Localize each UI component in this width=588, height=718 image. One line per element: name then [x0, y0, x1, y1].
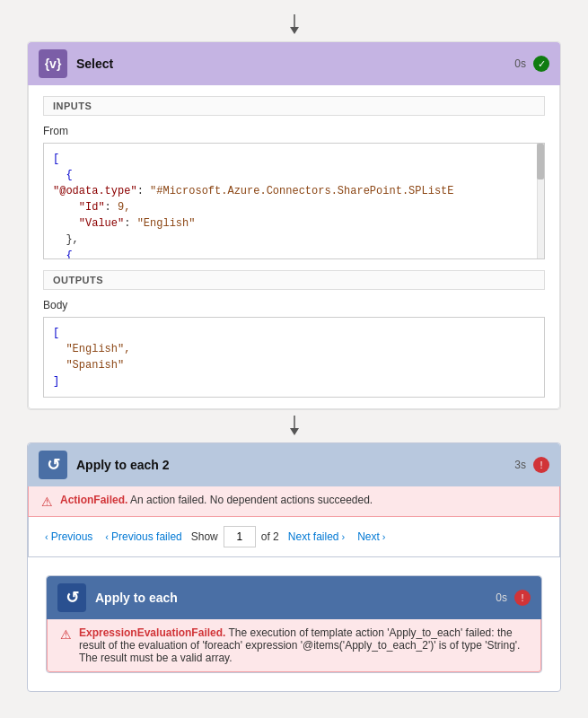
inputs-section: INPUTS From [ { "@odata.type": "#Microso… — [43, 96, 545, 259]
nested-apply-icon: ↺ — [57, 583, 86, 612]
nested-error-text: ExpressionEvaluationFailed. The executio… — [79, 626, 528, 664]
previous-button[interactable]: ‹ Previous — [41, 529, 96, 545]
inputs-code-inner: [ { "@odata.type": "#Microsoft.Azure.Con… — [53, 151, 530, 259]
next-failed-button[interactable]: Next failed › — [285, 529, 348, 545]
out-line-3: "Spanish" — [53, 357, 535, 373]
select-card-body: INPUTS From [ { "@odata.type": "#Microso… — [28, 85, 560, 409]
scroll-indicator[interactable] — [537, 144, 544, 258]
code-line-1: [ — [53, 151, 530, 167]
next-failed-chevron-icon: › — [342, 531, 346, 542]
svg-marker-3 — [290, 428, 299, 435]
inputs-label: INPUTS — [43, 96, 545, 116]
nested-card-wrapper: ↺ Apply to each 0s ! ⚠ ExpressionEvaluat… — [28, 557, 560, 691]
show-label: Show — [191, 530, 218, 543]
out-line-4: ] — [53, 373, 535, 390]
apply-each-2-error-text: ActionFailed. An action failed. No depen… — [60, 494, 373, 506]
nested-apply-header[interactable]: ↺ Apply to each 0s ! — [47, 576, 541, 619]
apply-each-2-error-banner: ⚠ ActionFailed. An action failed. No dep… — [28, 486, 560, 517]
outputs-code-inner: [ "English", "Spanish" ] — [53, 325, 535, 390]
inputs-code-block[interactable]: [ { "@odata.type": "#Microsoft.Azure.Con… — [43, 143, 545, 259]
select-status-badge: ✓ — [533, 56, 549, 72]
middle-arrow-connector — [27, 410, 561, 442]
svg-marker-1 — [290, 27, 299, 34]
code-line-4: "Id": 9, — [53, 199, 530, 215]
outputs-code-block[interactable]: [ "English", "Spanish" ] — [43, 317, 545, 398]
select-title: Select — [76, 57, 514, 71]
select-card-header[interactable]: {v} Select 0s ✓ — [28, 42, 560, 85]
scroll-thumb — [537, 144, 544, 180]
warning-icon-2: ⚠ — [60, 627, 72, 642]
select-duration: 0s — [514, 57, 526, 70]
code-line-3: "@odata.type": "#Microsoft.Azure.Connect… — [53, 183, 530, 199]
select-card: {v} Select 0s ✓ INPUTS From [ { "@odata.… — [27, 41, 561, 410]
outputs-label: OUTPUTS — [43, 270, 545, 290]
of-label: of 2 — [261, 530, 279, 543]
out-line-1: [ — [53, 325, 535, 341]
apply-each-2-header[interactable]: ↺ Apply to each 2 3s ! — [28, 443, 560, 486]
nested-error-banner: ⚠ ExpressionEvaluationFailed. The execut… — [47, 619, 541, 672]
apply-each-2-card: ↺ Apply to each 2 3s ! ⚠ ActionFailed. A… — [27, 442, 561, 692]
apply-each-2-duration: 3s — [514, 459, 526, 471]
from-label: From — [43, 125, 545, 137]
code-line-2: { — [53, 167, 530, 183]
apply-each-2-icon: ↺ — [39, 451, 67, 479]
code-line-6: }, — [53, 232, 530, 248]
nested-apply-duration: 0s — [496, 591, 507, 604]
previous-chevron-icon: ‹ — [45, 531, 48, 542]
warning-icon-1: ⚠ — [41, 495, 53, 509]
page-input[interactable] — [224, 526, 256, 547]
top-arrow-connector — [27, 9, 561, 41]
select-icon: {v} — [39, 49, 67, 78]
nested-apply-card: ↺ Apply to each 0s ! ⚠ ExpressionEvaluat… — [46, 575, 542, 673]
body-label: Body — [43, 299, 545, 311]
out-line-2: "English", — [53, 341, 535, 357]
nested-apply-title: Apply to each — [95, 591, 496, 605]
pagination-bar: ‹ Previous ‹ Previous failed Show of 2 N… — [28, 517, 560, 557]
previous-failed-button[interactable]: ‹ Previous failed — [101, 529, 185, 545]
page-wrapper: {v} Select 0s ✓ INPUTS From [ { "@odata.… — [0, 0, 588, 692]
code-line-7: { — [53, 248, 530, 259]
apply-each-2-status-badge: ! — [533, 457, 549, 473]
nested-apply-status-badge: ! — [514, 590, 531, 606]
code-line-5: "Value": "English" — [53, 215, 530, 232]
next-button[interactable]: Next › — [354, 529, 389, 545]
outputs-section: OUTPUTS Body [ "English", "Spanish" ] — [43, 270, 545, 398]
previous-failed-chevron-icon: ‹ — [105, 531, 109, 542]
apply-each-2-title: Apply to each 2 — [76, 458, 514, 472]
next-chevron-icon: › — [382, 531, 386, 542]
